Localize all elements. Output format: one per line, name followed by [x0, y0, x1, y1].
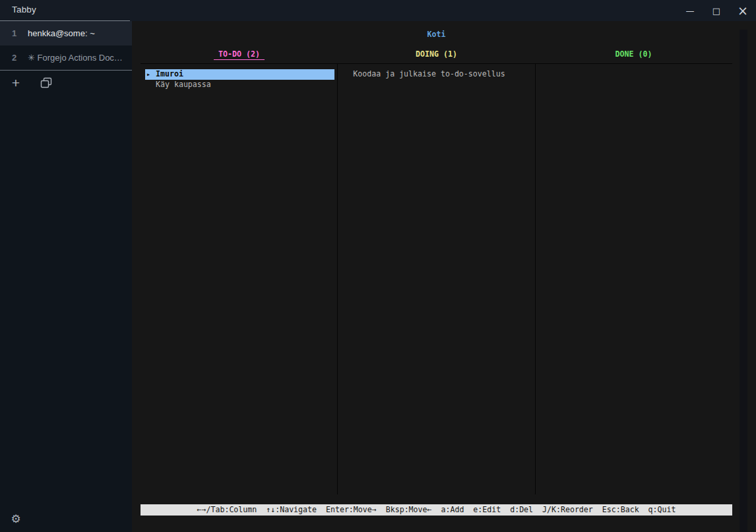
kanban-column-doing: Koodaa ja julkaise to-do-sovellus [338, 64, 535, 494]
sidebar-actions: + [0, 71, 132, 96]
todo-item[interactable]: Käy kaupassa [141, 80, 337, 90]
column-header-doing: DOING (1) [338, 49, 535, 61]
board-headers: TO-DO (2) DOING (1) DONE (0) [141, 49, 732, 61]
new-tab-button[interactable]: + [9, 76, 23, 90]
item-text: Käy kaupassa [156, 80, 211, 89]
terminal-scrollbar[interactable] [740, 30, 747, 532]
app-title: Tabby [12, 5, 36, 15]
minimize-button[interactable]: — [677, 0, 703, 21]
column-header-todo: TO-DO (2) [141, 49, 338, 61]
maximize-button[interactable]: □ [703, 0, 730, 21]
selection-marker-icon: ▸ [146, 69, 150, 80]
sidebar-tab-terminal[interactable]: 1 henkka@some: ~ [0, 21, 132, 45]
item-text: Koodaa ja julkaise to-do-sovellus [353, 69, 505, 78]
todo-item-selected[interactable]: ▸ Imuroi [145, 69, 334, 80]
tab-label: ✳ Forgejo Actions Doc… [28, 53, 123, 63]
duplicate-tab-icon [40, 77, 52, 89]
tab-index: 1 [12, 28, 28, 38]
terminal-pane[interactable]: Koti TO-DO (2) DOING (1) DONE (0) ▸ Imur… [132, 21, 756, 532]
tab-label: henkka@some: ~ [28, 28, 95, 38]
column-header-label: DOING (1) [416, 49, 457, 59]
kanban-column-todo: ▸ Imuroi Käy kaupassa [141, 64, 338, 494]
sidebar-tab-forgejo[interactable]: 2 ✳ Forgejo Actions Doc… [0, 45, 132, 70]
close-icon: × [738, 3, 748, 18]
column-header-label: DONE (0) [615, 49, 652, 59]
sidebar: 1 henkka@some: ~ 2 ✳ Forgejo Actions Doc… [0, 21, 132, 532]
window-titlebar: Tabby — □ × [0, 0, 756, 21]
minimize-icon: — [686, 6, 695, 16]
window-controls: — □ × [677, 0, 756, 21]
keybinding-status-bar: ←→/Tab:Column ↑↓:Navigate Enter:Move→ Bk… [141, 504, 732, 516]
item-text: Imuroi [156, 69, 183, 78]
plus-icon: + [12, 76, 20, 90]
maximize-icon: □ [712, 6, 720, 16]
tab-index: 2 [12, 53, 28, 63]
gear-icon: ⚙ [11, 512, 20, 525]
doing-item[interactable]: Koodaa ja julkaise to-do-sovellus [338, 69, 534, 80]
column-header-label: TO-DO (2) [214, 49, 265, 60]
board-title: Koti [141, 30, 732, 40]
kanban-column-done [536, 64, 732, 494]
close-button[interactable]: × [730, 0, 756, 21]
column-header-done: DONE (0) [535, 49, 732, 61]
kanban-board: ▸ Imuroi Käy kaupassa Koodaa ja julkaise… [141, 63, 732, 494]
activity-icon: ✳ [28, 53, 35, 63]
duplicate-tab-button[interactable] [39, 76, 53, 90]
settings-button[interactable]: ⚙ [9, 512, 23, 526]
